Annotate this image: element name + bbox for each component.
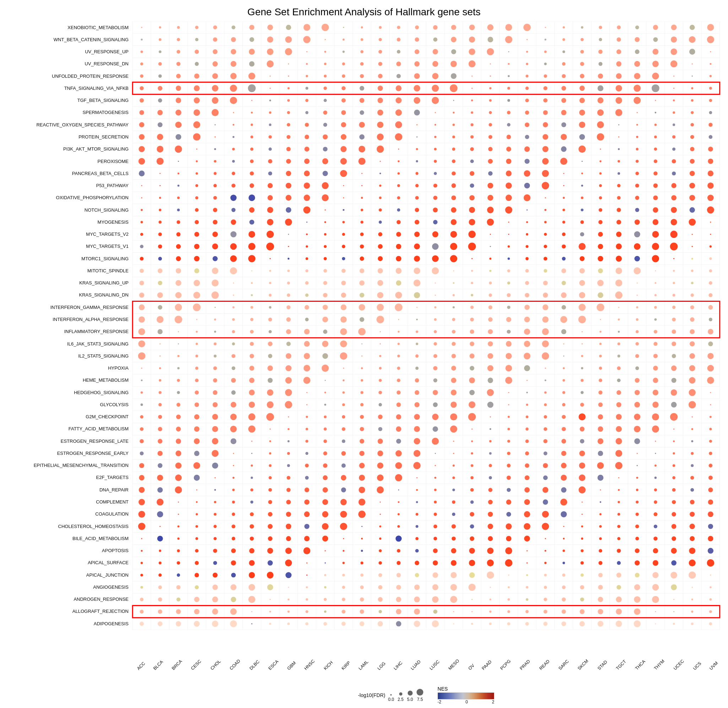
svg-point-843	[561, 305, 566, 310]
svg-point-728	[212, 268, 218, 274]
svg-point-1680	[655, 623, 656, 624]
svg-point-153	[231, 49, 236, 54]
svg-point-757	[158, 281, 162, 285]
svg-point-1419	[563, 526, 564, 527]
svg-point-633	[231, 231, 237, 237]
svg-point-1070	[616, 390, 621, 395]
svg-point-1254	[471, 464, 474, 467]
svg-point-1570	[396, 585, 401, 590]
svg-point-1603	[414, 596, 420, 602]
svg-point-1040	[653, 378, 658, 383]
svg-point-136	[505, 36, 512, 43]
svg-point-1407	[340, 523, 347, 530]
svg-point-250	[248, 84, 256, 92]
svg-point-986	[249, 366, 254, 371]
x-label: LIHC	[393, 660, 403, 671]
svg-point-216	[212, 73, 218, 79]
svg-point-1067	[562, 391, 565, 394]
svg-point-1027	[415, 378, 419, 382]
svg-point-162	[397, 50, 400, 54]
svg-point-177	[670, 48, 677, 55]
svg-point-821	[158, 305, 162, 310]
svg-point-1115	[266, 413, 274, 421]
svg-point-591	[635, 208, 639, 212]
svg-point-648	[508, 234, 509, 235]
svg-point-1600	[360, 597, 364, 602]
x-label: GBM	[286, 660, 297, 671]
svg-point-1179	[269, 440, 271, 442]
svg-point-679	[490, 246, 491, 247]
svg-point-1311	[341, 487, 346, 492]
svg-point-1664	[359, 621, 364, 626]
svg-point-635	[266, 231, 274, 238]
svg-point-932	[434, 342, 437, 346]
svg-point-1598	[324, 598, 327, 601]
svg-point-1624	[212, 609, 218, 615]
svg-point-1484	[581, 549, 583, 552]
svg-point-1020	[285, 377, 292, 383]
svg-point-858	[250, 318, 254, 321]
svg-point-488	[506, 170, 511, 176]
svg-point-245	[158, 86, 162, 90]
svg-point-436	[138, 158, 145, 165]
svg-point-306	[691, 99, 693, 102]
svg-point-1041	[671, 378, 677, 383]
svg-point-1178	[251, 441, 253, 442]
svg-point-337	[673, 112, 675, 114]
svg-point-1449	[524, 536, 530, 542]
svg-point-453	[452, 160, 455, 163]
svg-point-113	[671, 25, 677, 30]
svg-point-1201	[673, 440, 675, 442]
svg-point-1584	[652, 584, 659, 591]
svg-point-470	[177, 173, 179, 174]
y-label: MITOTIC_SPINDLE	[0, 268, 129, 273]
svg-point-281	[230, 97, 237, 104]
svg-point-529	[671, 183, 676, 188]
svg-point-144	[653, 37, 658, 42]
svg-point-297	[525, 99, 529, 102]
svg-point-493	[599, 172, 602, 175]
svg-point-1061	[450, 389, 456, 395]
svg-point-1594	[248, 596, 255, 603]
svg-point-703	[342, 257, 345, 260]
chart-title: Gene Set Enrichment Analysis of Hallmark…	[0, 0, 728, 18]
svg-point-132	[433, 38, 437, 42]
svg-point-422	[470, 147, 474, 151]
svg-point-1142	[176, 427, 181, 432]
svg-point-763	[269, 282, 271, 284]
svg-point-1056	[360, 391, 363, 394]
svg-point-836	[434, 306, 436, 309]
svg-point-1372	[286, 512, 291, 516]
svg-point-451	[416, 160, 418, 162]
svg-point-631	[194, 232, 199, 237]
svg-point-1008	[653, 366, 658, 371]
svg-point-610	[397, 220, 401, 224]
svg-point-467	[708, 159, 713, 164]
svg-point-1159	[489, 428, 491, 430]
svg-point-1604	[432, 596, 439, 602]
svg-point-537	[231, 194, 237, 201]
svg-point-1196	[580, 439, 584, 443]
y-label: ALLOGRAFT_REJECTION	[0, 609, 129, 614]
svg-point-567	[195, 208, 199, 212]
svg-point-511	[343, 185, 344, 186]
svg-point-806	[471, 294, 474, 296]
svg-point-411	[269, 147, 272, 151]
svg-point-1082	[248, 402, 255, 408]
svg-point-898	[398, 331, 400, 333]
svg-point-1658	[251, 623, 252, 624]
svg-point-1638	[471, 611, 472, 612]
svg-point-1309	[304, 487, 309, 492]
svg-point-1006	[617, 366, 621, 370]
svg-point-1494	[177, 561, 180, 565]
svg-point-316	[287, 111, 290, 114]
svg-point-1558	[176, 585, 180, 589]
svg-point-1387	[561, 511, 567, 517]
svg-point-564	[141, 209, 143, 211]
svg-point-1398	[177, 525, 180, 528]
svg-point-706	[396, 256, 402, 262]
svg-point-1004	[581, 367, 583, 369]
svg-point-269	[598, 85, 604, 91]
svg-point-1501	[307, 563, 308, 563]
svg-point-1446	[470, 537, 474, 541]
